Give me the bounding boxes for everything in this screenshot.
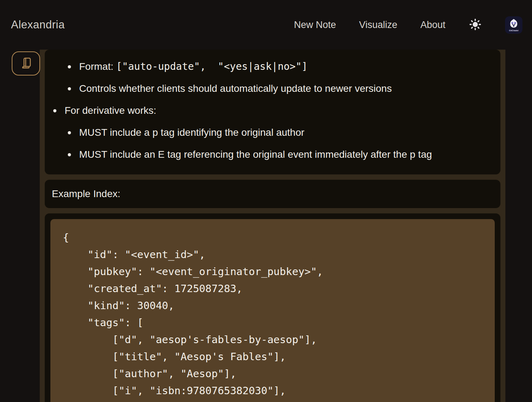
- bullet-dot: [68, 87, 71, 90]
- theme-toggle-button[interactable]: [468, 18, 482, 32]
- list-item: For derivative works:: [53, 104, 492, 117]
- main-content-row: Format: ["auto-update", "<yes|ask|no>"] …: [0, 50, 532, 402]
- gitcitadel-logo: GitCitadel: [505, 29, 522, 35]
- bullet-text: Controls whether clients should automati…: [79, 82, 392, 95]
- main-nav: New Note Visualize About: [294, 16, 522, 34]
- list-item: MUST include an E tag referencing the or…: [68, 148, 492, 161]
- example-code-card: { "id": "<event_id>", "pubkey": "<event_…: [45, 213, 500, 402]
- bullet-dot: [68, 65, 71, 68]
- nav-about[interactable]: About: [420, 19, 445, 30]
- bullet-dot: [68, 153, 71, 156]
- profile-logo-button[interactable]: GitCitadel: [505, 16, 522, 34]
- list-item: Format: ["auto-update", "<yes|ask|no>"]: [68, 60, 492, 73]
- spec-bullets-card: Format: ["auto-update", "<yes|ask|no>"] …: [45, 50, 500, 174]
- json-code-block: { "id": "<event_id>", "pubkey": "<event_…: [50, 219, 495, 402]
- bullet-text: For derivative works:: [65, 104, 156, 117]
- example-index-label: Example Index:: [52, 188, 493, 200]
- app-title: Alexandria: [11, 18, 65, 31]
- article-container: Format: ["auto-update", "<yes|ask|no>"] …: [40, 50, 505, 402]
- nav-visualize[interactable]: Visualize: [359, 19, 397, 30]
- list-item: Controls whether clients should automati…: [68, 82, 492, 95]
- bullet-dot: [53, 109, 56, 112]
- bullet-dot: [68, 131, 71, 134]
- example-index-card: Example Index:: [45, 180, 500, 208]
- bullet-text: MUST include an E tag referencing the or…: [79, 148, 432, 161]
- inline-code: ["auto-update", "<yes|ask|no>"]: [116, 61, 307, 72]
- list-item: MUST include a p tag identifying the ori…: [68, 126, 492, 139]
- sun-icon: [469, 18, 482, 32]
- book-icon: [19, 56, 33, 71]
- bullet-text: Format: ["auto-update", "<yes|ask|no>"]: [79, 60, 308, 73]
- nav-new-note[interactable]: New Note: [294, 19, 336, 30]
- sidebar-toggle-button[interactable]: [12, 51, 40, 76]
- bullet-text: MUST include a p tag identifying the ori…: [79, 126, 305, 139]
- json-code-text: { "id": "<event_id>", "pubkey": "<event_…: [63, 229, 482, 399]
- logo-label: GitCitadel: [509, 29, 519, 32]
- top-bar: Alexandria New Note Visualize About: [0, 0, 532, 50]
